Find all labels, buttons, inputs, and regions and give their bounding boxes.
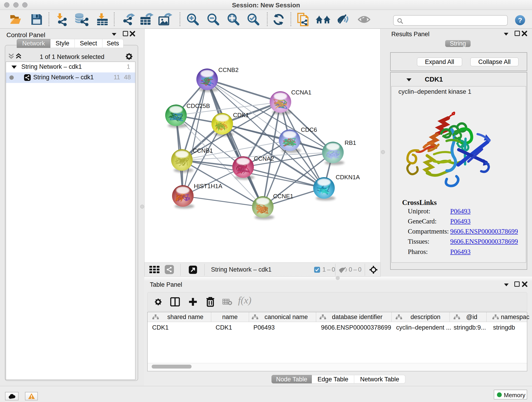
svg-text:CDC25B: CDC25B bbox=[186, 102, 210, 109]
svg-text:CDKN1A: CDKN1A bbox=[336, 174, 360, 181]
svg-text:?: ? bbox=[518, 16, 522, 24]
svg-text:RB1: RB1 bbox=[345, 139, 356, 146]
svg-text:CCNE1: CCNE1 bbox=[273, 193, 293, 200]
svg-text:CDK1: CDK1 bbox=[233, 112, 249, 119]
svg-text:CCNA2: CCNA2 bbox=[254, 155, 274, 162]
svg-text:HIST1H1A: HIST1H1A bbox=[194, 183, 222, 190]
svg-text:CCNB1: CCNB1 bbox=[193, 147, 213, 154]
svg-text:CDC6: CDC6 bbox=[301, 126, 317, 133]
svg-text:CCNA1: CCNA1 bbox=[291, 89, 311, 96]
svg-text:CCNB2: CCNB2 bbox=[218, 66, 239, 73]
